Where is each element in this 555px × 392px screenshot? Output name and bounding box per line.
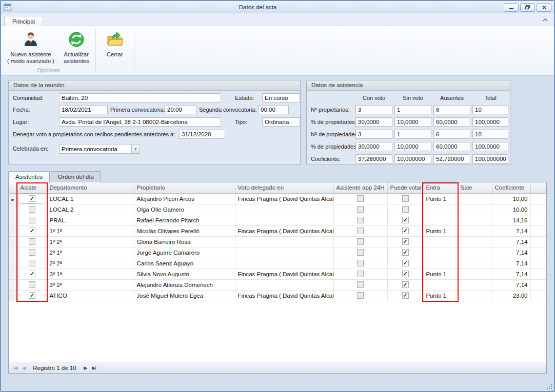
cell-app24h[interactable] xyxy=(333,225,387,236)
puede-votar-checkbox[interactable] xyxy=(402,260,409,266)
cell-voto-delegado[interactable] xyxy=(235,215,333,225)
cell-propietario[interactable]: Jorge Aguirre Camarero xyxy=(134,247,235,258)
primera-convocatoria-field[interactable]: 20:00 xyxy=(165,105,196,114)
next-record-button[interactable]: ▶ xyxy=(83,364,89,372)
column-header-coeficiente[interactable]: Coeficiente xyxy=(492,182,530,193)
cell-propietario[interactable]: Carlos Saenz Aguayo xyxy=(134,258,235,269)
table-row[interactable]: 2º 2ªCarlos Saenz Aguayo7,14 xyxy=(9,258,546,269)
table-row[interactable]: ATICOJosé Miguel Mulero EgeaFincas Pragm… xyxy=(9,290,546,301)
column-header-puede-votar[interactable]: Puede votar xyxy=(387,182,423,193)
cell-entra[interactable]: Punto 1 xyxy=(423,193,458,204)
app24h-checkbox[interactable] xyxy=(357,249,364,256)
row-indicator[interactable] xyxy=(9,258,17,269)
minimize-button[interactable] xyxy=(504,3,519,12)
cell-coeficiente[interactable]: 10,00 xyxy=(492,193,530,204)
pct-propiedades-con-voto[interactable]: 30,0000 xyxy=(355,142,392,151)
asiste-checkbox[interactable] xyxy=(29,206,35,213)
tab-orden-del-dia[interactable]: Orden del día xyxy=(51,171,101,182)
cell-propietario[interactable]: Alejandro Atienza Domenech xyxy=(134,279,235,290)
cell-entra[interactable] xyxy=(423,258,458,269)
cell-entra[interactable] xyxy=(423,247,458,258)
cell-entra[interactable] xyxy=(423,204,458,215)
cell-voto-delegado[interactable]: Fincas Pragma ( David Quintas Alcal... xyxy=(235,269,333,279)
column-header-asiste[interactable]: Asiste xyxy=(17,182,47,193)
cell-propietario[interactable]: Nicolás Olivares Perelló xyxy=(134,225,235,236)
puede-votar-checkbox[interactable] xyxy=(402,206,409,213)
row-indicator[interactable] xyxy=(9,290,17,301)
cell-asiste[interactable] xyxy=(17,247,47,258)
pct-propietarios-con-voto[interactable]: 30,0000 xyxy=(355,117,392,127)
coeficiente-sin-voto[interactable]: 10,000000 xyxy=(394,154,431,163)
cell-propietario[interactable]: Silvia Novo Augusto xyxy=(134,269,235,279)
cell-puede-votar[interactable] xyxy=(387,269,423,279)
nuevo-asistente-button[interactable]: Nuevo asistente( modo avanzado ) xyxy=(3,29,58,66)
cell-departamento[interactable]: 1º 1ª xyxy=(47,225,134,236)
app24h-checkbox[interactable] xyxy=(357,195,364,202)
row-indicator[interactable] xyxy=(9,193,17,204)
puede-votar-checkbox[interactable] xyxy=(402,281,409,288)
actualizar-asistentes-button[interactable]: Actualizarasistentes xyxy=(58,29,94,66)
asiste-checkbox[interactable] xyxy=(29,271,35,277)
segunda-convocatoria-field[interactable]: 00:00 xyxy=(258,105,289,114)
pct-propiedades-total[interactable]: 100,0000 xyxy=(472,142,508,151)
table-row[interactable]: 1º 2ªGloria Barreiro Rosa7,14 xyxy=(9,236,546,247)
cell-puede-votar[interactable] xyxy=(387,290,423,301)
cell-sale[interactable] xyxy=(458,193,492,204)
coeficiente-total[interactable]: 100,000000 xyxy=(472,154,508,163)
row-indicator[interactable] xyxy=(9,279,17,290)
table-row[interactable]: 1º 1ªNicolás Olivares PerellóFincas Prag… xyxy=(9,225,546,236)
asiste-checkbox[interactable] xyxy=(29,217,35,223)
cell-coeficiente[interactable]: 23,00 xyxy=(492,290,530,301)
prev-record-button[interactable]: ◀ xyxy=(21,364,27,372)
cell-entra[interactable]: Punto 1 xyxy=(423,290,458,301)
cell-propietario[interactable]: Alejandro Picon Arcos xyxy=(134,193,235,204)
cell-departamento[interactable]: 2ª 1ª xyxy=(47,247,134,258)
cell-puede-votar[interactable] xyxy=(387,258,423,269)
app24h-checkbox[interactable] xyxy=(357,217,364,223)
cell-propietario[interactable]: Gloria Barreiro Rosa xyxy=(134,236,235,247)
tab-principal[interactable]: Principal xyxy=(4,16,43,26)
row-indicator[interactable] xyxy=(9,204,17,215)
cell-asiste[interactable] xyxy=(17,215,47,225)
cell-app24h[interactable] xyxy=(333,269,387,279)
cell-puede-votar[interactable] xyxy=(387,279,423,290)
comunidad-field[interactable]: Bailén, 20 xyxy=(59,93,221,102)
cell-departamento[interactable]: LOCAL 1 xyxy=(47,193,134,204)
puede-votar-checkbox[interactable] xyxy=(402,195,409,202)
table-row[interactable]: LOCAL 2Olga Olle Gamero10,00 xyxy=(9,204,546,215)
asiste-checkbox[interactable] xyxy=(29,281,35,288)
tipo-field[interactable]: Ordinaria xyxy=(262,117,300,127)
cell-puede-votar[interactable] xyxy=(387,247,423,258)
pct-propiedades-sin-voto[interactable]: 10,0000 xyxy=(394,142,431,151)
close-button[interactable] xyxy=(537,3,551,12)
app24h-checkbox[interactable] xyxy=(357,271,364,277)
cell-entra[interactable]: Punto 1 xyxy=(423,269,458,279)
cell-entra[interactable] xyxy=(423,215,458,225)
table-row[interactable]: 2ª 1ªJorge Aguirre Camarero7,14 xyxy=(9,247,546,258)
puede-votar-checkbox[interactable] xyxy=(402,292,409,299)
cell-coeficiente[interactable]: 14,16 xyxy=(492,215,530,225)
puede-votar-checkbox[interactable] xyxy=(402,238,409,245)
table-row[interactable]: LOCAL 1Alejandro Picon ArcosFincas Pragm… xyxy=(9,193,546,204)
fecha-field[interactable]: 18/02/2021 xyxy=(59,105,108,114)
resize-grip[interactable] xyxy=(546,383,552,389)
cell-voto-delegado[interactable] xyxy=(235,236,333,247)
cell-voto-delegado[interactable]: Fincas Pragma ( David Quintas Alcal... xyxy=(235,290,333,301)
cell-coeficiente[interactable]: 7,14 xyxy=(492,258,530,269)
cell-puede-votar[interactable] xyxy=(387,236,423,247)
denegar-voto-field[interactable]: 31/12/2020 xyxy=(179,130,225,139)
app24h-checkbox[interactable] xyxy=(357,228,364,234)
cell-propietario[interactable]: José Miguel Mulero Egea xyxy=(134,290,235,301)
coeficiente-con-voto[interactable]: 37,280000 xyxy=(355,154,392,163)
cell-departamento[interactable]: PRAL. xyxy=(47,215,134,225)
cell-asiste[interactable] xyxy=(17,236,47,247)
cell-coeficiente[interactable]: 7,14 xyxy=(492,247,530,258)
cell-asiste[interactable] xyxy=(17,204,47,215)
puede-votar-checkbox[interactable] xyxy=(402,271,409,277)
app24h-checkbox[interactable] xyxy=(357,238,364,245)
cell-entra[interactable] xyxy=(423,279,458,290)
n-propietarios-total[interactable]: 10 xyxy=(472,105,508,114)
table-row[interactable]: 3º 1ªSilvia Novo AugustoFincas Pragma ( … xyxy=(9,269,546,279)
cell-app24h[interactable] xyxy=(333,236,387,247)
ribbon-collapse-button[interactable] xyxy=(541,16,550,24)
